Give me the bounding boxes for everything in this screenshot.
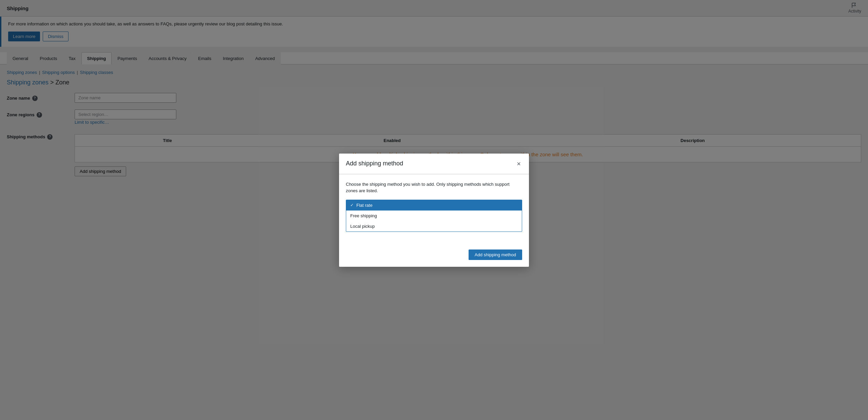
checkmark-icon: ✓ (350, 203, 354, 207)
dropdown-select[interactable]: ✓ Flat rate Free shipping Local pickup (346, 200, 522, 232)
modal-header: Add shipping method × (339, 154, 529, 174)
modal-footer: Add shipping method (339, 245, 529, 267)
modal: Add shipping method × Choose the shippin… (339, 154, 529, 267)
option-local-pickup[interactable]: Local pickup (346, 221, 522, 232)
modal-body: Choose the shipping method you wish to a… (339, 174, 529, 245)
modal-title: Add shipping method (346, 160, 403, 167)
option-free-shipping[interactable]: Free shipping (346, 211, 522, 221)
modal-description: Choose the shipping method you wish to a… (346, 181, 522, 194)
modal-overlay: Add shipping method × Choose the shippin… (0, 0, 868, 420)
shipping-method-dropdown[interactable]: ✓ Flat rate Free shipping Local pickup (346, 200, 522, 232)
modal-add-shipping-button[interactable]: Add shipping method (469, 249, 522, 260)
option-local-pickup-label: Local pickup (350, 224, 375, 229)
modal-close-button[interactable]: × (515, 159, 522, 168)
option-flat-rate-label: Flat rate (356, 203, 373, 208)
option-free-shipping-label: Free shipping (350, 213, 377, 218)
option-flat-rate[interactable]: ✓ Flat rate (346, 200, 522, 211)
